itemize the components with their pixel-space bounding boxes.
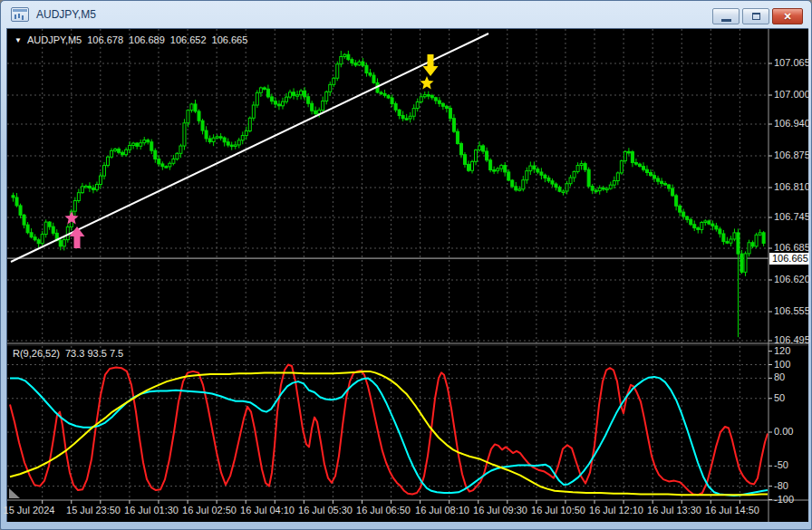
time-tick-label: 16 Jul 06:50 bbox=[356, 505, 411, 516]
time-tick-label: 16 Jul 08:10 bbox=[415, 505, 469, 516]
chart-window-icon bbox=[11, 7, 29, 22]
price-tick-label: 106.495 bbox=[774, 334, 810, 345]
header-low: 106.652 bbox=[170, 34, 207, 45]
window-controls: ✕ bbox=[712, 8, 803, 24]
indicator-tick-label: 50 bbox=[774, 392, 785, 403]
minimize-icon bbox=[721, 19, 731, 22]
time-tick-label: 16 Jul 05:30 bbox=[298, 505, 353, 516]
current-price-tag: 106.665 bbox=[769, 253, 809, 265]
price-tick-label: 106.875 bbox=[774, 149, 810, 160]
indicator-tick-label: 0.00 bbox=[774, 426, 793, 437]
price-tick-label: 106.940 bbox=[774, 118, 810, 129]
window-title: AUDJPY,M5 bbox=[36, 8, 96, 21]
collapse-arrow-icon[interactable]: ▼ bbox=[14, 36, 22, 44]
time-tick-label: 16 Jul 10:50 bbox=[531, 505, 585, 516]
minimize-button[interactable] bbox=[712, 8, 740, 24]
header-close: 106.665 bbox=[212, 34, 248, 45]
time-tick-label: 16 Jul 13:30 bbox=[647, 505, 701, 516]
indicator-tick-label: -50 bbox=[774, 459, 788, 470]
indicator-tick-label: 100 bbox=[774, 359, 790, 370]
price-tick-label: 107.065 bbox=[774, 57, 810, 68]
price-tick-label: 107.000 bbox=[774, 89, 810, 100]
time-tick-label: 16 Jul 02:50 bbox=[182, 505, 237, 516]
header-high: 106.689 bbox=[129, 34, 165, 45]
price-tick-label: 106.555 bbox=[774, 305, 810, 316]
close-icon: ✕ bbox=[783, 12, 791, 22]
header-symbol: AUDJPY,M5 bbox=[27, 34, 82, 45]
time-tick-label: 15 Jul 23:50 bbox=[66, 505, 121, 516]
price-tick-label: 106.745 bbox=[774, 211, 810, 222]
indicator-values: 73.3 93.5 7.5 bbox=[65, 348, 123, 359]
chart-canvas[interactable] bbox=[7, 29, 808, 522]
time-tick-label: 16 Jul 01:30 bbox=[124, 505, 179, 516]
restore-icon bbox=[752, 13, 760, 20]
time-tick-label: 16 Jul 12:10 bbox=[589, 505, 643, 516]
indicator-tick-label: 80 bbox=[774, 371, 785, 382]
price-tick-label: 106.620 bbox=[774, 274, 810, 284]
ohlc-header: ▼ AUDJPY,M5 106.678 106.689 106.652 106.… bbox=[14, 34, 247, 45]
time-tick-label: 16 Jul 04:10 bbox=[240, 505, 295, 516]
close-button[interactable]: ✕ bbox=[772, 8, 803, 24]
time-tick-label: 15 Jul 2024 bbox=[4, 505, 55, 516]
indicator-tick-label: -100 bbox=[774, 494, 794, 505]
restore-button[interactable] bbox=[742, 8, 769, 24]
price-tick-label: 106.685 bbox=[774, 242, 810, 253]
indicator-header: R(9,26,52) 73.3 93.5 7.5 bbox=[13, 348, 123, 359]
indicator-tick-label: -80 bbox=[774, 480, 788, 491]
price-tick-label: 106.810 bbox=[774, 181, 810, 192]
indicator-name: R(9,26,52) bbox=[13, 348, 60, 359]
titlebar[interactable]: AUDJPY,M5 ✕ bbox=[1, 1, 811, 28]
mt4-chart-window: AUDJPY,M5 ✕ ▼ AUDJPY,M5 106.678 106.689 … bbox=[0, 0, 812, 530]
time-tick-label: 16 Jul 09:30 bbox=[473, 505, 527, 516]
time-tick-label: 16 Jul 14:50 bbox=[705, 505, 759, 516]
indicator-tick-label: 120 bbox=[774, 345, 790, 356]
header-open: 106.678 bbox=[87, 34, 123, 45]
chart-client-area[interactable]: ▼ AUDJPY,M5 106.678 106.689 106.652 106.… bbox=[6, 28, 808, 522]
